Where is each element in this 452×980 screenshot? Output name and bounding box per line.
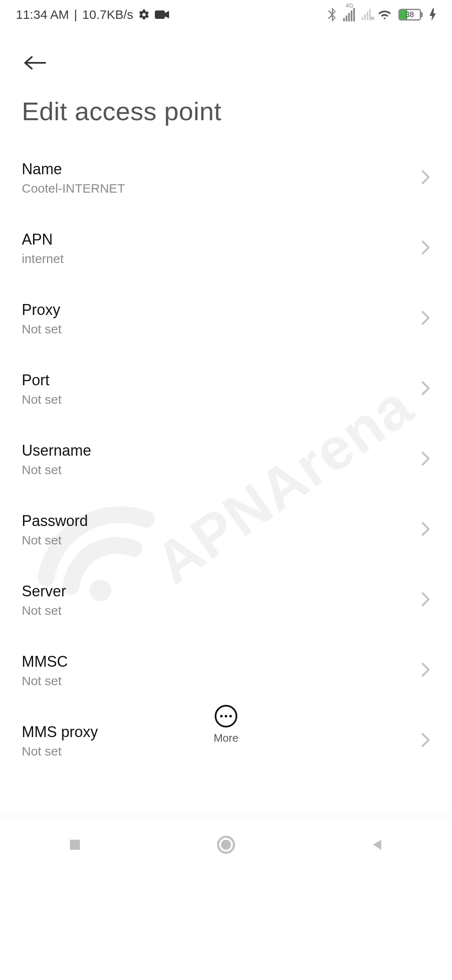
arrow-left-icon <box>23 54 46 71</box>
videocam-icon <box>155 10 169 20</box>
row-apn[interactable]: APN internet <box>22 213 430 284</box>
page-title: Edit access point <box>0 84 452 143</box>
status-time: 11:34 AM <box>16 8 69 22</box>
chevron-right-icon <box>421 381 430 397</box>
row-port[interactable]: Port Not set <box>22 354 430 424</box>
status-bar: 11:34 AM | 10.7KB/s 4G ✕ <box>0 0 452 29</box>
battery-icon: 38 <box>398 9 423 21</box>
more-label: More <box>213 732 238 745</box>
navigation-bar <box>0 816 452 874</box>
chevron-right-icon <box>421 521 430 538</box>
row-mmsc[interactable]: MMSC Not set <box>22 635 430 706</box>
row-value: Not set <box>22 533 421 547</box>
row-title: Proxy <box>22 301 421 319</box>
row-title: Server <box>22 583 421 600</box>
triangle-left-icon <box>369 836 385 853</box>
row-value: Not set <box>22 674 421 688</box>
chevron-right-icon <box>421 240 430 257</box>
bolt-icon <box>429 8 436 21</box>
svg-rect-1 <box>155 10 165 19</box>
row-proxy[interactable]: Proxy Not set <box>22 284 430 354</box>
row-value: Not set <box>22 744 421 758</box>
more-button[interactable]: More <box>0 705 452 745</box>
row-password[interactable]: Password Not set <box>22 495 430 565</box>
row-value: Not set <box>22 603 421 618</box>
wifi-icon <box>378 9 392 21</box>
row-title: Username <box>22 442 421 459</box>
row-value: Not set <box>22 463 421 477</box>
bluetooth-icon <box>327 8 336 22</box>
signal-4g-icon: 4G <box>343 8 355 21</box>
row-username[interactable]: Username Not set <box>22 424 430 495</box>
row-value: Not set <box>22 322 421 336</box>
chevron-right-icon <box>421 310 430 327</box>
signal-no-sim-icon: ✕ <box>362 9 371 20</box>
more-icon <box>215 705 237 727</box>
settings-list: Name Cootel-INTERNET APN internet Proxy … <box>0 143 452 776</box>
chevron-right-icon <box>421 662 430 679</box>
nav-home-button[interactable] <box>216 835 236 856</box>
row-title: Port <box>22 371 421 389</box>
row-value: Not set <box>22 392 421 407</box>
svg-point-4 <box>221 840 231 850</box>
nav-back-button[interactable] <box>369 836 385 855</box>
row-title: MMSC <box>22 653 421 671</box>
row-title: APN <box>22 231 421 248</box>
nav-recent-button[interactable] <box>67 836 83 855</box>
chevron-right-icon <box>421 170 430 186</box>
status-separator: | <box>74 8 77 22</box>
chevron-right-icon <box>421 451 430 468</box>
square-icon <box>67 836 83 853</box>
row-value: Cootel-INTERNET <box>22 181 421 196</box>
back-button[interactable] <box>22 50 47 75</box>
row-title: Password <box>22 512 421 530</box>
row-name[interactable]: Name Cootel-INTERNET <box>22 143 430 213</box>
status-net-speed: 10.7KB/s <box>82 8 134 22</box>
gear-icon <box>138 9 150 21</box>
chevron-right-icon <box>421 592 430 609</box>
circle-icon <box>216 835 236 855</box>
row-title: Name <box>22 160 421 178</box>
row-server[interactable]: Server Not set <box>22 565 430 635</box>
row-value: internet <box>22 252 421 266</box>
svg-rect-2 <box>70 840 80 850</box>
